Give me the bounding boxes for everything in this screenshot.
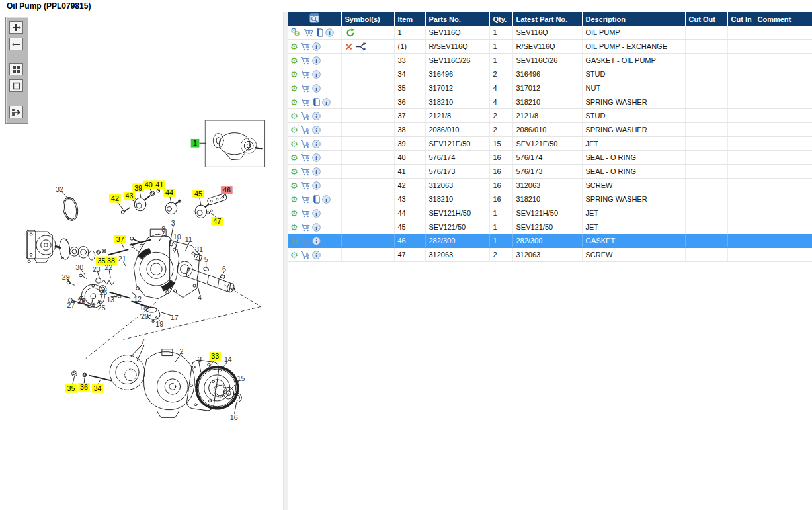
cart-icon[interactable] — [300, 56, 310, 65]
gear-icon[interactable]: ⚙ — [290, 56, 298, 65]
table-row-item-44[interactable]: ⚙i44SEV121H/501SEV121H/50JET — [288, 206, 812, 220]
part-callout-39[interactable]: 39 — [132, 183, 144, 192]
header-parts-no-[interactable]: Parts No. — [425, 12, 489, 26]
table-row-item-45[interactable]: ⚙i45SEV121/501SEV121/50JET — [288, 220, 812, 234]
thumbnail-grid-button[interactable] — [9, 63, 23, 75]
header-cut-in[interactable]: Cut In — [727, 12, 754, 26]
header-latest-part-no-[interactable]: Latest Part No. — [512, 12, 582, 26]
cart-icon[interactable] — [300, 237, 310, 245]
info-icon[interactable]: i — [312, 223, 321, 232]
config-gears-icon[interactable]: ⚙⚙ — [290, 27, 302, 38]
book-icon[interactable] — [312, 195, 320, 204]
part-callout-33[interactable]: 33 — [210, 352, 222, 361]
cart-icon[interactable] — [300, 181, 310, 190]
info-icon[interactable]: i — [312, 209, 321, 218]
table-row-item-37[interactable]: ⚙i372121/822121/8STUD — [288, 109, 812, 123]
cart-icon[interactable] — [300, 42, 310, 51]
gear-icon[interactable]: ⚙ — [290, 84, 298, 93]
gear-icon[interactable]: ⚙ — [290, 251, 298, 259]
gear-icon[interactable]: ⚙ — [290, 209, 298, 218]
table-row-item-1[interactable]: ⚙⚙i1SEV116Q1SEV116QOIL PUMP — [288, 26, 812, 40]
zoom-out-button[interactable] — [9, 38, 23, 50]
info-icon[interactable]: i — [312, 153, 321, 162]
table-row-item-47[interactable]: ⚙i473120632312063SCREW — [288, 248, 812, 262]
gear-icon[interactable]: ⚙ — [290, 112, 298, 120]
gear-icon[interactable]: ⚙ — [290, 237, 298, 245]
info-icon[interactable]: i — [322, 195, 331, 204]
cart-icon[interactable] — [300, 112, 310, 120]
part-callout-1[interactable]: 1 — [191, 139, 200, 148]
info-icon[interactable]: i — [325, 28, 334, 37]
table-row-item-33[interactable]: ⚙i33SEV116C/261SEV116C/26GASKET - OIL PU… — [288, 54, 812, 67]
gear-icon[interactable]: ⚙ — [290, 167, 298, 176]
header-item[interactable]: Item — [394, 12, 425, 26]
info-icon[interactable]: i — [312, 251, 321, 259]
cart-icon[interactable] — [300, 167, 310, 176]
gear-icon[interactable]: ⚙ — [290, 153, 298, 162]
cart-icon[interactable] — [300, 209, 310, 218]
header-description[interactable]: Description — [582, 12, 685, 26]
part-callout-34[interactable]: 34 — [92, 384, 104, 393]
info-icon[interactable]: i — [312, 56, 321, 65]
part-callout-37[interactable]: 37 — [114, 235, 126, 243]
cart-icon[interactable] — [300, 251, 310, 259]
info-icon[interactable]: i — [312, 84, 321, 93]
header-actions[interactable] — [288, 12, 341, 26]
single-view-button[interactable] — [9, 79, 23, 92]
part-callout-41[interactable]: 41 — [154, 180, 166, 189]
info-icon[interactable]: i — [312, 112, 321, 120]
table-row-item-42[interactable]: ⚙i4231206316312063SCREW — [288, 179, 812, 192]
book-icon[interactable] — [312, 98, 320, 106]
table-row-item-36[interactable]: ⚙i363182104318210SPRING WASHER — [288, 95, 812, 109]
cart-icon[interactable] — [300, 84, 310, 93]
gear-icon[interactable]: ⚙ — [290, 140, 298, 148]
gear-icon[interactable]: ⚙ — [290, 181, 298, 190]
part-callout-45[interactable]: 45 — [192, 190, 204, 198]
table-row-item-1[interactable]: ⚙i(1)R/SEV116Q1R/SEV116QOIL PUMP - EXCHA… — [288, 40, 812, 54]
info-icon[interactable]: i — [312, 70, 321, 79]
gear-icon[interactable]: ⚙ — [290, 195, 298, 204]
book-icon[interactable] — [315, 28, 323, 37]
cart-icon[interactable] — [300, 140, 310, 148]
header-comment[interactable]: Comment — [754, 12, 812, 26]
part-callout-40[interactable]: 40 — [143, 180, 155, 189]
part-callout-36[interactable]: 36 — [78, 383, 90, 392]
header-symbol-s-[interactable]: Symbol(s) — [341, 12, 394, 26]
gear-icon[interactable]: ⚙ — [290, 126, 298, 134]
gear-icon[interactable]: ⚙ — [290, 98, 298, 106]
info-icon[interactable]: i — [312, 42, 321, 51]
table-row-item-38[interactable]: ⚙i382086/01022086/010SPRING WASHER — [288, 123, 812, 137]
table-row-item-35[interactable]: ⚙i353170124317012NUT — [288, 81, 812, 95]
cart-icon[interactable] — [300, 223, 310, 232]
cart-icon[interactable] — [300, 153, 310, 162]
zoom-in-button[interactable] — [9, 21, 23, 34]
table-row-item-40[interactable]: ⚙i40576/17416576/174SEAL - O RING — [288, 151, 812, 165]
table-row-item-34[interactable]: ⚙i343164962316496STUD — [288, 67, 812, 81]
info-icon[interactable]: i — [312, 181, 321, 190]
part-callout-35[interactable]: 35 — [65, 384, 77, 393]
header-cut-out[interactable]: Cut Out — [685, 12, 727, 26]
panel-divider[interactable] — [283, 12, 288, 510]
table-row-item-41[interactable]: ⚙i41576/17316576/173SEAL - O RING — [288, 165, 812, 179]
header-qty-[interactable]: Qty. — [489, 12, 512, 26]
info-icon[interactable]: i — [312, 126, 321, 134]
table-row-item-46[interactable]: ⚙i46282/3001282/300GASKET — [288, 234, 812, 248]
table-row-item-39[interactable]: ⚙i39SEV121E/5015SEV121E/50JET — [288, 137, 812, 151]
cart-icon[interactable] — [300, 126, 310, 134]
cart-icon[interactable] — [300, 98, 310, 106]
info-icon[interactable]: i — [312, 167, 321, 176]
gear-icon[interactable]: ⚙ — [290, 223, 298, 232]
info-icon[interactable]: i — [312, 140, 321, 148]
part-callout-42[interactable]: 42 — [109, 194, 121, 203]
part-callout-46[interactable]: 46 — [221, 186, 233, 194]
table-row-item-43[interactable]: ⚙i4331821016318210SPRING WASHER — [288, 192, 812, 206]
info-icon[interactable]: i — [312, 237, 321, 245]
part-callout-47[interactable]: 47 — [211, 217, 223, 226]
cart-icon[interactable] — [304, 28, 313, 37]
part-callout-44[interactable]: 44 — [163, 189, 175, 197]
info-icon[interactable]: i — [322, 98, 331, 106]
gear-icon[interactable]: ⚙ — [290, 70, 298, 79]
toggle-list-button[interactable] — [9, 106, 23, 118]
part-callout-43[interactable]: 43 — [124, 192, 136, 200]
gear-icon[interactable]: ⚙ — [290, 42, 298, 51]
